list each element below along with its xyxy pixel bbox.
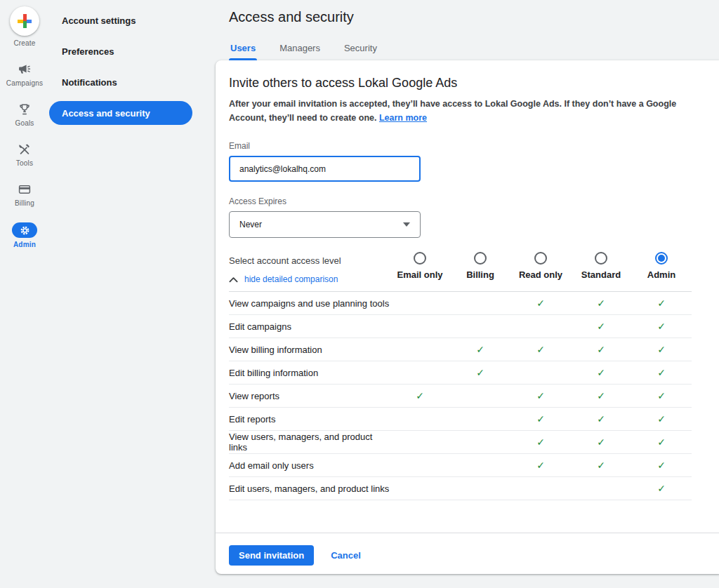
permission-row: View campaigns and use planning tools✓✓✓ (229, 292, 692, 315)
check-icon: ✓ (631, 344, 692, 355)
check-icon: ✓ (510, 390, 571, 401)
icon-sidebar: Create Campaigns Goals (0, 0, 49, 588)
page-title: Access and security (229, 9, 719, 25)
permission-row: View billing information✓✓✓✓ (229, 338, 692, 361)
check-icon: ✓ (631, 390, 692, 401)
permission-label: View campaigns and use planning tools (229, 298, 390, 309)
radio-icon[interactable] (414, 252, 426, 265)
nav-item-access-and-security[interactable]: Access and security (49, 101, 192, 125)
sidebar-item-label: Tools (16, 159, 33, 167)
permission-row: View users, managers, and product links✓… (229, 431, 692, 454)
check-icon: ✓ (510, 413, 571, 425)
check-icon: ✓ (571, 344, 631, 355)
chevron-down-icon (403, 222, 410, 227)
nav-item-preferences[interactable]: Preferences (49, 36, 216, 67)
check-icon: ✓ (571, 460, 631, 471)
permission-row: Edit reports✓✓✓ (229, 408, 692, 431)
radio-selected-icon[interactable] (655, 252, 668, 265)
send-invitation-button[interactable]: Send invitation (229, 545, 314, 566)
radio-icon[interactable] (595, 252, 607, 265)
sidebar-item-label: Goals (15, 119, 34, 127)
level-label: Standard (581, 269, 621, 280)
access-expires-select[interactable]: Never (229, 211, 421, 238)
check-icon: ✓ (571, 390, 631, 401)
permission-label: View reports (229, 391, 390, 401)
check-icon: ✓ (571, 436, 631, 448)
sidebar-item-campaigns[interactable]: Campaigns (6, 62, 43, 87)
check-icon: ✓ (571, 367, 631, 378)
sidebar-item-goals[interactable]: Goals (15, 102, 34, 127)
sidebar-item-admin[interactable]: Admin (12, 222, 37, 248)
check-icon: ✓ (631, 298, 692, 309)
tools-icon (18, 142, 32, 156)
email-field-group: Email (229, 141, 692, 182)
access-expires-value: Never (239, 220, 262, 229)
check-icon: ✓ (571, 321, 631, 332)
nav-item-notifications[interactable]: Notifications (49, 67, 216, 98)
comparison-toggle[interactable]: hide detailed comparison (229, 274, 390, 284)
access-level-header: Select account access level hide detaile… (229, 252, 692, 284)
access-level-billing[interactable]: Billing (450, 252, 510, 284)
invite-card: Invite others to access Lokal Google Ads… (216, 60, 719, 574)
access-level-email-only[interactable]: Email only (390, 252, 450, 284)
plus-icon (23, 14, 27, 28)
email-input[interactable] (229, 156, 421, 182)
check-icon: ✓ (631, 436, 692, 448)
sidebar-item-billing[interactable]: Billing (15, 182, 34, 207)
card-footer: Send invitation Cancel (216, 533, 719, 574)
create-button[interactable] (10, 6, 39, 36)
permission-label: Edit reports (229, 414, 390, 425)
permission-row: Edit billing information✓✓✓ (229, 361, 692, 385)
tab-security[interactable]: Security (343, 40, 378, 60)
radio-dot (658, 255, 665, 262)
access-expires-group: Access Expires Never (229, 196, 692, 238)
permission-row: Edit campaigns✓✓ (229, 315, 692, 338)
access-level-read-only[interactable]: Read only (510, 252, 571, 284)
permission-label: View billing information (229, 345, 390, 355)
gear-icon (20, 225, 30, 236)
check-icon: ✓ (631, 413, 692, 425)
check-icon: ✓ (450, 344, 510, 355)
permission-row: Edit users, managers, and product links✓ (229, 477, 692, 500)
trophy-icon (18, 102, 32, 116)
check-icon: ✓ (631, 321, 692, 332)
check-icon: ✓ (631, 483, 692, 494)
permission-row: Add email only users✓✓✓ (229, 454, 692, 477)
chevron-up-icon (229, 276, 238, 283)
megaphone-icon (18, 62, 32, 76)
invite-heading: Invite others to access Lokal Google Ads (229, 76, 692, 91)
level-label: Email only (397, 269, 442, 280)
sidebar-item-label: Admin (13, 241, 36, 248)
learn-more-link[interactable]: Learn more (379, 113, 427, 123)
email-label: Email (229, 141, 692, 151)
check-icon: ✓ (571, 413, 631, 425)
cancel-button[interactable]: Cancel (331, 550, 361, 561)
check-icon: ✓ (510, 436, 571, 448)
admin-active-pill (12, 222, 37, 238)
invite-description: After your email invitation is accepted,… (229, 97, 692, 125)
check-icon: ✓ (510, 460, 571, 471)
access-level-admin[interactable]: Admin (631, 252, 692, 284)
level-label: Admin (647, 269, 675, 280)
check-icon: ✓ (450, 367, 510, 378)
tab-managers[interactable]: Managers (278, 40, 322, 60)
tab-bar: Users Managers Security (229, 40, 719, 60)
radio-icon[interactable] (474, 252, 487, 265)
tab-users[interactable]: Users (229, 40, 257, 60)
nav-item-account-settings[interactable]: Account settings (49, 5, 216, 36)
permission-row: View reports✓✓✓✓ (229, 385, 692, 408)
radio-icon[interactable] (534, 252, 547, 265)
sidebar-item-label: Billing (15, 199, 34, 207)
check-icon: ✓ (631, 367, 692, 378)
invite-description-text: After your email invitation is accepted,… (229, 99, 676, 123)
permission-label: Edit billing information (229, 368, 390, 378)
access-level-label: Select account access level (229, 255, 390, 266)
permissions-table: View campaigns and use planning tools✓✓✓… (229, 291, 692, 500)
permission-label: Add email only users (229, 460, 390, 471)
settings-nav: Account settings Preferences Notificatio… (49, 0, 216, 588)
sidebar-item-tools[interactable]: Tools (16, 142, 33, 167)
comparison-toggle-label: hide detailed comparison (244, 274, 338, 284)
credit-card-icon (18, 182, 32, 196)
permission-label: Edit users, managers, and product links (229, 483, 390, 494)
access-level-standard[interactable]: Standard (571, 252, 631, 284)
